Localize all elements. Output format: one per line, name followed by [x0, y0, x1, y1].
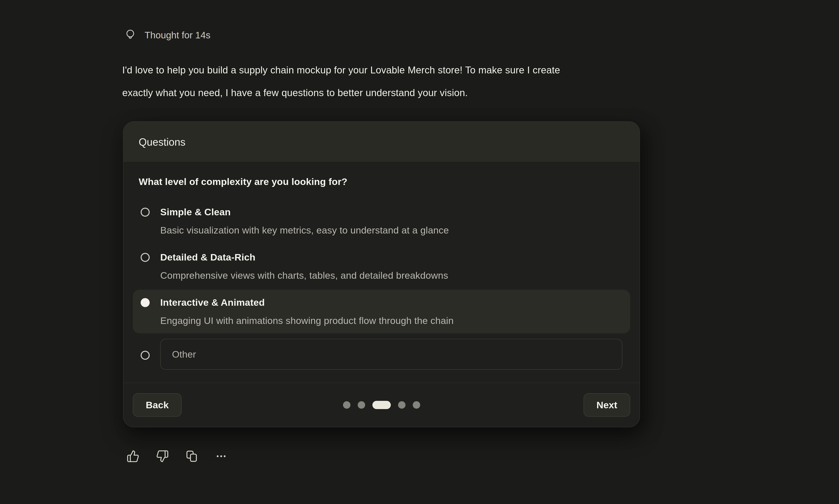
option-label: Detailed & Data-Rich — [160, 251, 448, 263]
question-text: What level of complexity are you looking… — [139, 176, 624, 187]
more-options-button[interactable] — [215, 450, 228, 463]
option-simple-clean[interactable]: Simple & Clean Basic visualization with … — [133, 199, 630, 243]
card-footer: Back Next — [123, 383, 640, 427]
thumbs-up-button[interactable] — [126, 450, 139, 463]
option-interactive-animated[interactable]: Interactive & Animated Engaging UI with … — [133, 290, 630, 333]
thumbs-up-icon — [126, 450, 139, 463]
pagination-dot — [413, 401, 420, 409]
lightbulb-icon — [124, 29, 137, 41]
thought-label: Thought for 14s — [144, 30, 210, 40]
option-other[interactable] — [133, 339, 630, 370]
thumbs-down-button[interactable] — [156, 450, 169, 463]
pagination-dot — [343, 401, 350, 409]
ellipsis-icon — [215, 450, 228, 463]
card-body: What level of complexity are you looking… — [123, 162, 640, 383]
pagination-dot — [398, 401, 405, 409]
questions-card: Questions What level of complexity are y… — [123, 121, 640, 427]
other-option-input[interactable] — [160, 339, 622, 370]
assistant-message-text: I'd love to help you build a supply chai… — [122, 59, 788, 104]
option-description: Comprehensive views with charts, tables,… — [160, 269, 448, 282]
option-label: Simple & Clean — [160, 206, 449, 218]
pagination-dot-active — [372, 401, 391, 409]
chat-message-view: { "thought": { "label": "Thought for 14s… — [0, 0, 839, 504]
copy-button[interactable] — [185, 450, 198, 463]
option-label: Interactive & Animated — [160, 296, 454, 308]
copy-icon — [185, 450, 198, 463]
back-button[interactable]: Back — [133, 393, 181, 417]
option-detailed-data-rich[interactable]: Detailed & Data-Rich Comprehensive views… — [133, 245, 630, 288]
option-description: Basic visualization with key metrics, ea… — [160, 224, 449, 236]
pagination-dots — [343, 401, 420, 409]
message-actions — [126, 450, 228, 463]
radio-icon[interactable] — [141, 253, 150, 262]
thought-summary[interactable]: Thought for 14s — [124, 29, 210, 41]
option-description: Engaging UI with animations showing prod… — [160, 314, 454, 327]
radio-icon[interactable] — [141, 351, 150, 360]
next-button[interactable]: Next — [583, 393, 630, 417]
radio-icon-selected[interactable] — [141, 298, 150, 307]
card-title: Questions — [139, 136, 186, 148]
card-header: Questions — [123, 122, 640, 162]
pagination-dot — [358, 401, 365, 409]
thumbs-down-icon — [156, 450, 169, 463]
radio-icon[interactable] — [141, 208, 150, 217]
